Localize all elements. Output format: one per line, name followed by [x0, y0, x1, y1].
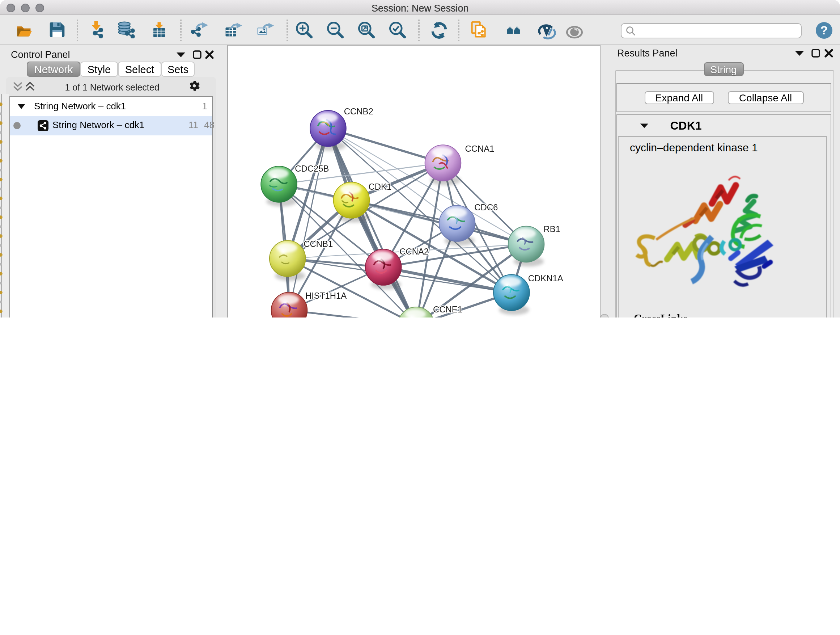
svg-text:CDK1: CDK1: [368, 182, 391, 192]
svg-text:CCNA2: CCNA2: [399, 247, 428, 256]
svg-text:?: ?: [821, 24, 828, 37]
svg-text:CCNB2: CCNB2: [344, 106, 373, 116]
svg-text:CDKN1A: CDKN1A: [528, 273, 563, 283]
svg-text:CCNB1: CCNB1: [303, 239, 332, 249]
svg-text:CDC25B: CDC25B: [294, 164, 328, 173]
svg-text:HIST1H1A: HIST1H1A: [305, 291, 346, 301]
svg-text:CDC6: CDC6: [474, 203, 497, 212]
svg-text:CCNE1: CCNE1: [433, 304, 462, 314]
svg-text:RB1: RB1: [543, 224, 560, 234]
svg-text:CCNA1: CCNA1: [464, 144, 494, 154]
